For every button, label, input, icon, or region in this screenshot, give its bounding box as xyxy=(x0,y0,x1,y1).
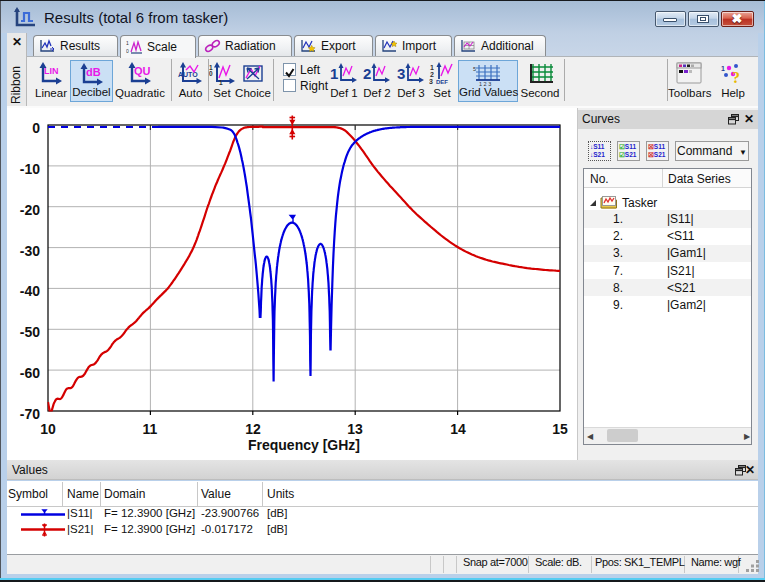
svg-text:1: 1 xyxy=(126,40,129,46)
svg-text:0: 0 xyxy=(126,48,129,54)
